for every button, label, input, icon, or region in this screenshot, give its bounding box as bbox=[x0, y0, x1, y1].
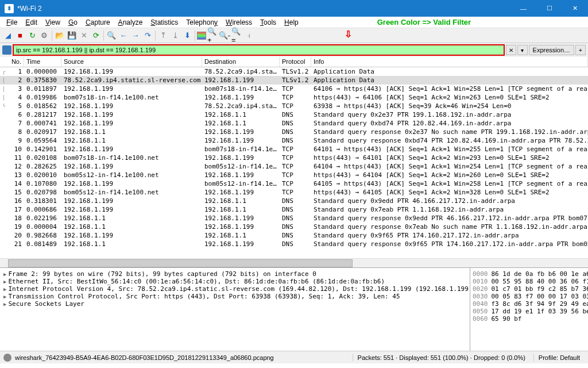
detail-line[interactable]: ▶Frame 2: 99 bytes on wire (792 bits), 9… bbox=[3, 270, 466, 278]
packet-row[interactable]: │40.019986bom07s18-in-f14.1e100.net192.1… bbox=[0, 93, 588, 102]
close-file-icon[interactable]: ✕ bbox=[78, 30, 90, 41]
app-icon: ⬍ bbox=[5, 4, 14, 13]
packet-row[interactable]: ┌10.000000192.168.1.19978.52.2ca9.ip4.st… bbox=[0, 67, 588, 76]
toolbar: ◢ ■ ↻ ⚙ 📂 💾 ✕ ⟳ 🔍 ← → ↷ ⤒ ⤓ ⬇ 🔍+ 🔍- 🔍= ⫞ bbox=[0, 28, 588, 43]
menu-help[interactable]: Help bbox=[280, 17, 303, 28]
menu-edit[interactable]: Edit bbox=[21, 17, 41, 28]
colorize-icon[interactable] bbox=[197, 32, 206, 40]
bytes-line[interactable]: 006065 90 bf bbox=[473, 315, 586, 323]
packet-list[interactable]: ┌10.000000192.168.1.19978.52.2ca9.ip4.st… bbox=[0, 67, 588, 258]
zoom-reset-icon[interactable]: 🔍= bbox=[231, 30, 242, 41]
bytes-line[interactable]: 0040f3 8c d6 3f 94 9f 29 49 ea bbox=[473, 300, 586, 308]
menu-view[interactable]: View bbox=[41, 17, 64, 28]
save-file-icon[interactable]: 💾 bbox=[66, 30, 78, 41]
bytes-line[interactable]: 002001 c7 01 bb f9 c2 85 b7 36 bbox=[473, 285, 586, 293]
menu-file[interactable]: File bbox=[2, 17, 21, 28]
packet-list-header: No. Time Source Destination Protocol Inf… bbox=[0, 57, 588, 67]
col-header-no[interactable]: No. bbox=[0, 57, 24, 67]
status-packets: Packets: 551 · Displayed: 551 (100.0%) ·… bbox=[353, 354, 530, 361]
packet-row[interactable]: 170.000686192.168.1.199192.168.1.1DNSSta… bbox=[0, 205, 588, 214]
bytes-line[interactable]: 005017 dd 19 e1 1f 03 39 56 be bbox=[473, 308, 586, 315]
restart-capture-icon[interactable]: ↻ bbox=[26, 30, 38, 41]
packet-row[interactable]: 140.107080192.168.1.199bom05s12-in-f14.1… bbox=[0, 179, 588, 188]
annotation-arrow-icon: ⇩ bbox=[345, 29, 352, 40]
menu-go[interactable]: Go bbox=[64, 17, 82, 28]
add-filter-button[interactable]: + bbox=[575, 45, 586, 55]
packet-row[interactable]: 160.318301192.168.1.199192.168.1.1DNSSta… bbox=[0, 197, 588, 205]
status-profile[interactable]: Profile: Default bbox=[533, 354, 585, 361]
go-last-icon[interactable]: ⤓ bbox=[169, 30, 181, 41]
packet-row[interactable]: 130.020010bom05s12-in-f14.1e100.net192.1… bbox=[0, 171, 588, 179]
go-first-icon[interactable]: ⤒ bbox=[157, 30, 169, 41]
apply-filter-icon[interactable]: ▾ bbox=[517, 45, 528, 55]
status-file: wireshark_76423949-B5A9-4EA6-B02D-680F03… bbox=[15, 354, 274, 361]
zoom-in-icon[interactable]: 🔍+ bbox=[207, 30, 218, 41]
titlebar: ⬍ *Wi-Fi 2 — ☐ ✕ bbox=[0, 0, 588, 17]
stop-capture-icon[interactable]: ■ bbox=[14, 30, 26, 41]
packet-row[interactable]: │30.011897192.168.1.199bom07s18-in-f14.1… bbox=[0, 85, 588, 93]
menu-capture[interactable]: Capture bbox=[82, 17, 114, 28]
packet-row[interactable]: 110.020108bom07s18-in-f14.1e100.net192.1… bbox=[0, 154, 588, 162]
packet-row[interactable]: 150.020798bom05s12-in-f14.1e100.net192.1… bbox=[0, 188, 588, 197]
packet-row[interactable]: │20.37583078.52.2ca9.ip4.static.sl-rever… bbox=[0, 76, 588, 85]
start-capture-icon[interactable]: ◢ bbox=[2, 30, 14, 41]
packet-row[interactable]: 180.022196192.168.1.1192.168.1.199DNSSta… bbox=[0, 214, 588, 223]
packet-row[interactable]: 70.000741192.168.1.199192.168.1.1DNSStan… bbox=[0, 119, 588, 128]
reload-icon[interactable]: ⟳ bbox=[90, 30, 102, 41]
packet-row[interactable]: 120.282625192.168.1.199bom05s12-in-f14.1… bbox=[0, 162, 588, 171]
detail-line[interactable]: ▶Internet Protocol Version 4, Src: 78.52… bbox=[3, 285, 466, 293]
col-header-protocol[interactable]: Protocol bbox=[280, 57, 311, 67]
detail-line[interactable]: ▶Ethernet II, Src: BestItWo_56:14:c0 (00… bbox=[3, 278, 466, 285]
bytes-line[interactable]: 001000 55 95 88 40 00 36 06 f1 bbox=[473, 278, 586, 285]
bytes-line[interactable]: 003000 05 83 f7 00 00 17 03 03 bbox=[473, 293, 586, 300]
packet-row[interactable]: 100.142901192.168.1.199bom07s18-in-f14.1… bbox=[0, 145, 588, 154]
packet-row[interactable]: 190.000004192.168.1.1192.168.1.199DNSSta… bbox=[0, 223, 588, 231]
maximize-button[interactable]: ☐ bbox=[536, 0, 562, 17]
window-title: *Wi-Fi 2 bbox=[17, 5, 510, 13]
open-file-icon[interactable]: 📂 bbox=[54, 30, 65, 41]
col-header-source[interactable]: Source bbox=[61, 57, 202, 67]
packet-row[interactable]: └50.018562192.168.1.19978.52.2ca9.ip4.st… bbox=[0, 102, 588, 110]
menubar: File Edit View Go Capture Analyze Statis… bbox=[0, 17, 588, 28]
filter-bookmark-icon[interactable] bbox=[2, 45, 11, 55]
detail-line[interactable]: ▶Transmission Control Protocol, Src Port… bbox=[3, 293, 466, 300]
go-to-packet-icon[interactable]: ↷ bbox=[142, 30, 153, 41]
annotation-text: Green Color => Valid Filter bbox=[377, 18, 471, 26]
bytes-line[interactable]: 000086 1d de 0a fb b6 00 1e a6 bbox=[473, 270, 586, 278]
packet-details-pane[interactable]: ▶Frame 2: 99 bytes on wire (792 bits), 9… bbox=[0, 268, 470, 351]
detail-line[interactable]: ▶Secure Sockets Layer bbox=[3, 300, 466, 308]
filter-toolbar: ✕ ▾ Expression… + bbox=[0, 43, 588, 57]
resize-columns-icon[interactable]: ⫞ bbox=[243, 30, 254, 41]
menu-tools[interactable]: Tools bbox=[256, 17, 280, 28]
statusbar: wireshark_76423949-B5A9-4EA6-B02D-680F03… bbox=[0, 351, 588, 363]
packet-row[interactable]: 210.081489192.168.1.1192.168.1.199DNSSta… bbox=[0, 240, 588, 248]
col-header-time[interactable]: Time bbox=[24, 57, 61, 67]
go-forward-icon[interactable]: → bbox=[130, 30, 141, 41]
packet-row[interactable]: 60.281217192.168.1.199192.168.1.1DNSStan… bbox=[0, 110, 588, 119]
horizontal-scrollbar[interactable] bbox=[0, 258, 588, 267]
capture-options-icon[interactable]: ⚙ bbox=[38, 30, 50, 41]
display-filter-input[interactable] bbox=[13, 44, 505, 56]
expert-info-icon[interactable] bbox=[3, 354, 11, 362]
menu-analyze[interactable]: Analyze bbox=[114, 17, 147, 28]
close-button[interactable]: ✕ bbox=[562, 0, 588, 17]
packet-bytes-pane[interactable]: 000086 1d de 0a fb b6 00 1e a6001000 55 … bbox=[470, 268, 588, 351]
menu-wireless[interactable]: Wireless bbox=[222, 17, 256, 28]
menu-telephony[interactable]: Telephony bbox=[182, 17, 222, 28]
col-header-destination[interactable]: Destination bbox=[202, 57, 280, 67]
zoom-out-icon[interactable]: 🔍- bbox=[219, 30, 230, 41]
packet-row[interactable]: 90.059564192.168.1.1192.168.1.199DNSStan… bbox=[0, 136, 588, 145]
expression-button[interactable]: Expression… bbox=[529, 45, 574, 55]
menu-statistics[interactable]: Statistics bbox=[146, 17, 182, 28]
packet-row[interactable]: 80.020917192.168.1.1192.168.1.199DNSStan… bbox=[0, 128, 588, 136]
clear-filter-icon[interactable]: ✕ bbox=[506, 45, 516, 55]
col-header-info[interactable]: Info bbox=[311, 57, 588, 67]
minimize-button[interactable]: — bbox=[510, 0, 536, 17]
go-back-icon[interactable]: ← bbox=[118, 30, 129, 41]
packet-row[interactable]: 200.982668192.168.1.199192.168.1.1DNSSta… bbox=[0, 231, 588, 240]
find-icon[interactable]: 🔍 bbox=[106, 30, 117, 41]
auto-scroll-icon[interactable]: ⬇ bbox=[181, 30, 193, 41]
